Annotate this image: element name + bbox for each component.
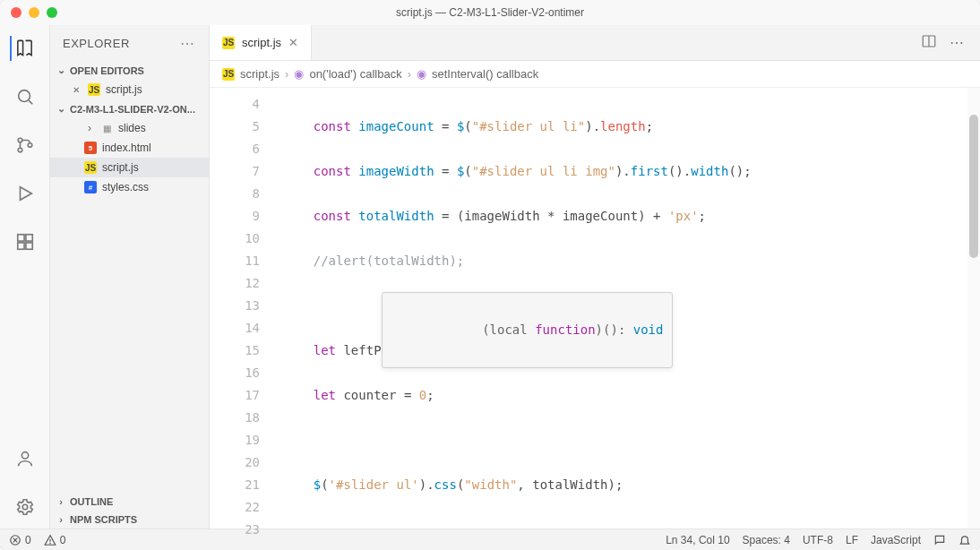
more-actions-icon[interactable]: ⋯ bbox=[950, 34, 966, 51]
overview-ruler[interactable] bbox=[967, 88, 980, 529]
sidebar-title: EXPLORER bbox=[63, 37, 130, 50]
sidebar: EXPLORER ⋯ ⌄ OPEN EDITORS ✕ JS script.js… bbox=[50, 25, 210, 529]
tree-item-file[interactable]: 5 index.html bbox=[50, 138, 209, 158]
hover-tooltip: (local function)(): void bbox=[382, 292, 673, 368]
js-file-icon: JS bbox=[84, 161, 97, 174]
tree-item-file[interactable]: # styles.css bbox=[50, 177, 209, 197]
svg-point-11 bbox=[22, 504, 28, 510]
chevron-right-icon: › bbox=[285, 67, 288, 81]
status-errors[interactable]: 0 bbox=[9, 534, 31, 546]
svg-marker-5 bbox=[20, 187, 31, 201]
warning-icon bbox=[44, 534, 56, 546]
svg-line-1 bbox=[29, 100, 32, 104]
section-open-editors[interactable]: ⌄ OPEN EDITORS bbox=[50, 61, 209, 80]
svg-point-10 bbox=[21, 452, 28, 459]
close-icon[interactable]: ✕ bbox=[70, 83, 82, 96]
chevron-right-icon: › bbox=[408, 67, 411, 81]
extensions-icon[interactable] bbox=[13, 229, 38, 254]
settings-gear-icon[interactable] bbox=[13, 494, 38, 520]
open-editor-item[interactable]: ✕ JS script.js bbox=[50, 80, 209, 99]
window-title: script.js — C2-M3-L1-Slider-V2-ontimer bbox=[0, 6, 980, 19]
tab-script-js[interactable]: JS script.js ✕ bbox=[210, 25, 312, 60]
code-editor[interactable]: const imageCount = $("#slider ul li").le… bbox=[276, 88, 980, 529]
svg-point-18 bbox=[49, 543, 50, 544]
run-debug-icon[interactable] bbox=[13, 181, 38, 206]
status-warnings[interactable]: 0 bbox=[44, 534, 66, 546]
editor-area: JS script.js ✕ ⋯ JS script.js › ◉ on('lo… bbox=[210, 25, 980, 529]
section-workspace[interactable]: ⌄ C2-M3-L1-SLIDER-V2-ON... bbox=[50, 99, 209, 118]
explorer-icon[interactable] bbox=[10, 36, 35, 61]
section-npm-scripts[interactable]: › NPM SCRIPTS bbox=[50, 511, 209, 529]
tab-bar: JS script.js ✕ ⋯ bbox=[210, 25, 980, 61]
section-outline[interactable]: › OUTLINE bbox=[50, 493, 209, 511]
error-icon bbox=[9, 534, 21, 546]
js-file-icon: JS bbox=[88, 83, 100, 96]
source-control-icon[interactable] bbox=[13, 133, 38, 158]
chevron-right-icon: › bbox=[56, 514, 66, 525]
html-file-icon: 5 bbox=[84, 142, 97, 154]
svg-point-0 bbox=[18, 90, 30, 102]
folder-icon: ▦ bbox=[100, 122, 113, 134]
search-icon[interactable] bbox=[13, 84, 38, 109]
split-editor-icon[interactable] bbox=[921, 33, 937, 52]
sidebar-more-icon[interactable]: ⋯ bbox=[180, 35, 196, 52]
svg-rect-6 bbox=[17, 235, 23, 241]
breadcrumb[interactable]: JS script.js › ◉ on('load') callback › ◉… bbox=[210, 61, 980, 88]
svg-point-2 bbox=[18, 138, 22, 142]
chevron-down-icon: ⌄ bbox=[56, 64, 66, 76]
chevron-down-icon: ⌄ bbox=[56, 103, 66, 115]
titlebar: script.js — C2-M3-L1-Slider-V2-ontimer bbox=[0, 0, 980, 25]
js-file-icon: JS bbox=[222, 37, 235, 49]
js-file-icon: JS bbox=[222, 68, 235, 81]
symbol-icon: ◉ bbox=[417, 67, 426, 81]
css-file-icon: # bbox=[84, 181, 97, 193]
line-number-gutter: 456 789 101112 131415 161718 192021 2223 bbox=[210, 88, 276, 529]
svg-rect-9 bbox=[25, 243, 31, 249]
tree-item-folder[interactable]: › ▦ slides bbox=[50, 118, 209, 138]
chevron-right-icon: › bbox=[84, 122, 95, 134]
window-close-button[interactable] bbox=[11, 7, 21, 18]
chevron-right-icon: › bbox=[56, 496, 66, 507]
symbol-icon: ◉ bbox=[294, 67, 304, 81]
window-maximize-button[interactable] bbox=[47, 7, 57, 18]
tree-item-file[interactable]: JS script.js bbox=[50, 158, 209, 177]
accounts-icon[interactable] bbox=[13, 446, 38, 471]
svg-point-3 bbox=[18, 148, 22, 152]
close-icon[interactable]: ✕ bbox=[288, 36, 298, 49]
svg-point-4 bbox=[28, 143, 32, 148]
svg-rect-8 bbox=[17, 243, 23, 249]
activity-bar bbox=[0, 25, 50, 529]
svg-rect-7 bbox=[25, 235, 31, 241]
window-minimize-button[interactable] bbox=[29, 7, 39, 18]
